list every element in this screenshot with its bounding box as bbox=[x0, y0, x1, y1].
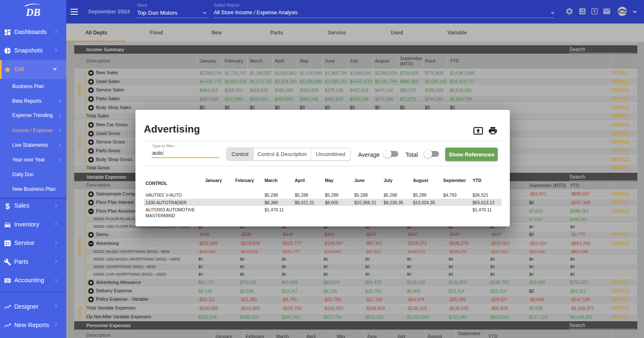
svg-text:DEALERS: DEALERS bbox=[618, 12, 627, 14]
svg-text:DB: DB bbox=[26, 7, 41, 18]
